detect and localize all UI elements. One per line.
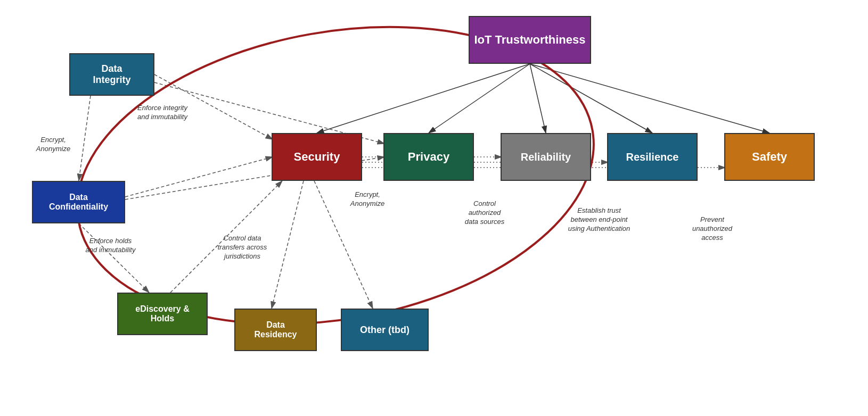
enforce-holds-label: Enforce holds and immutability (69, 237, 152, 255)
iot-trustworthiness-box: IoT Trustworthiness (469, 16, 591, 64)
other-tbd-box: Other (tbd) (341, 309, 429, 351)
data-confidentiality-label: Data Confidentiality (49, 193, 108, 212)
enforce-integrity-label: Enforce integrity and immutability (120, 104, 205, 122)
diagram: IoT Trustworthiness Security Privacy Rel… (0, 0, 868, 416)
resilience-label: Resilience (626, 151, 679, 163)
safety-box: Safety (724, 133, 815, 181)
svg-line-1 (429, 64, 530, 133)
prevent-unauthorized-label: Prevent unauthorized access (676, 215, 748, 243)
data-confidentiality-box: Data Confidentiality (32, 181, 125, 223)
svg-line-0 (317, 64, 530, 133)
svg-line-2 (530, 64, 546, 133)
security-label: Security (294, 150, 340, 164)
control-authorized-label: Control authorized data sources (450, 199, 519, 227)
svg-line-16 (79, 223, 149, 293)
svg-line-7 (125, 157, 273, 197)
resilience-box: Resilience (607, 133, 698, 181)
svg-line-4 (530, 64, 769, 133)
ediscovery-label: eDiscovery & Holds (135, 304, 189, 323)
establish-trust-label: Establish trust between end-point using … (554, 206, 644, 234)
encrypt-anonymize-right-label: Encrypt, Anonymize (338, 190, 397, 209)
svg-line-15 (79, 96, 91, 181)
other-tbd-label: Other (tbd) (360, 325, 410, 336)
security-box: Security (272, 133, 362, 181)
privacy-box: Privacy (383, 133, 474, 181)
ediscovery-box: eDiscovery & Holds (117, 293, 208, 335)
data-residency-box: Data Residency (234, 309, 317, 351)
data-integrity-label: Data Integrity (93, 63, 130, 86)
iot-trustworthiness-label: IoT Trustworthiness (474, 33, 585, 47)
control-data-transfers-label: Control data transfers across jurisdicti… (200, 234, 285, 261)
safety-label: Safety (752, 150, 787, 164)
reliability-label: Reliability (521, 151, 571, 163)
encrypt-anonymize-left-label: Encrypt, Anonymize (27, 136, 80, 154)
svg-line-3 (530, 64, 652, 133)
privacy-label: Privacy (408, 150, 449, 164)
data-integrity-box: Data Integrity (69, 53, 154, 96)
reliability-box: Reliability (501, 133, 591, 181)
data-residency-label: Data Residency (254, 320, 297, 339)
